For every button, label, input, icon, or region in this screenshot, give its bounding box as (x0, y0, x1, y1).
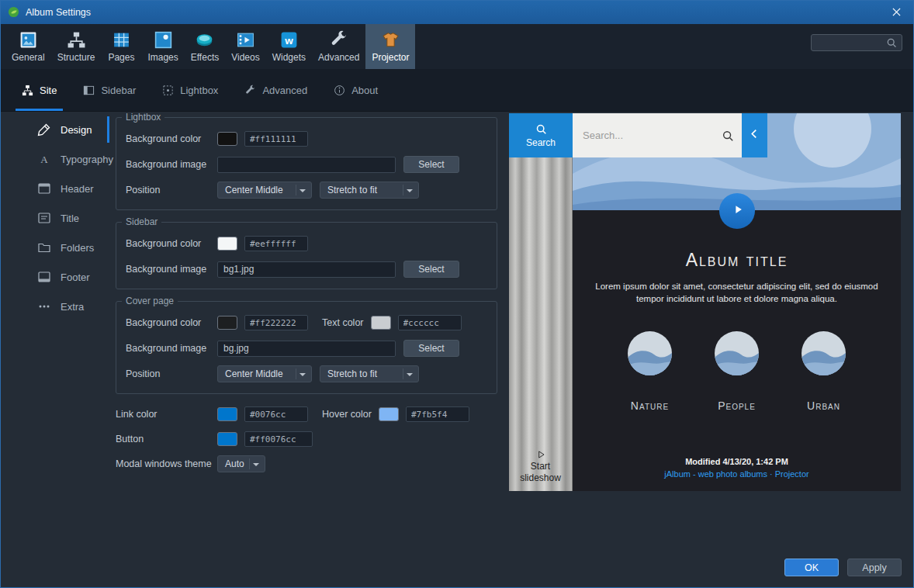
folder-icon (37, 240, 51, 254)
tab-advanced[interactable]: Advanced (231, 69, 320, 111)
button-color-swatch[interactable] (217, 432, 237, 446)
sidebar-bg-image-row: Background image Select (126, 261, 487, 278)
folder-thumbnail (715, 331, 759, 375)
folder-item-nature[interactable]: Nature (628, 331, 672, 412)
lightbox-bg-color-swatch[interactable] (217, 132, 237, 146)
toolbar-search-input[interactable] (812, 37, 886, 48)
toolbar-item-projector[interactable]: Projector (365, 24, 415, 69)
sidebar-select-button[interactable]: Select (403, 261, 459, 278)
sidebar-bg-color-swatch[interactable] (217, 237, 237, 251)
projector-link[interactable]: Projector (775, 469, 809, 479)
lightbox-select-button[interactable]: Select (403, 156, 459, 173)
folder-label: People (718, 399, 756, 412)
field-label: Background image (126, 343, 217, 354)
tab-site[interactable]: Site (9, 69, 70, 111)
skin-projector-icon (381, 30, 400, 50)
nav-item-header[interactable]: Header (1, 174, 109, 203)
field-label: Background image (126, 264, 217, 275)
sidebar-bg-color-row: Background color (126, 235, 487, 252)
preview-play-button[interactable] (719, 193, 755, 229)
toolbar-item-structure[interactable]: Structure (51, 24, 102, 69)
cover-position-dropdown[interactable]: Center Middle (217, 365, 312, 382)
tab-label: Lightbox (180, 85, 218, 96)
toolbar-item-effects[interactable]: Effects (185, 24, 225, 69)
cover-position-row: Position Center Middle Stretch to fit (126, 365, 487, 382)
apply-button[interactable]: Apply (847, 559, 902, 576)
tab-sidebar[interactable]: Sidebar (70, 69, 149, 111)
folder-item-urban[interactable]: Urban (801, 331, 846, 412)
cover-stretch-dropdown[interactable]: Stretch to fit (320, 365, 419, 382)
field-label: Background color (126, 238, 217, 249)
toolbar-search (811, 34, 902, 51)
search-icon[interactable] (722, 130, 734, 142)
nav-item-title[interactable]: Title (1, 203, 109, 233)
cover-bg-color-swatch[interactable] (217, 316, 237, 330)
sidebar-bg-color-input[interactable] (244, 236, 308, 251)
button-color-input[interactable] (244, 431, 313, 447)
section-nav: Design A Typography Header Title Folders… (1, 115, 109, 321)
hover-color-swatch[interactable] (379, 407, 399, 421)
toolbar-item-pages[interactable]: Pages (101, 24, 141, 69)
nav-item-extra[interactable]: Extra (1, 292, 109, 321)
toolbar-item-label: Structure (57, 52, 95, 63)
start-slideshow-button[interactable]: Start slideshow (509, 449, 572, 484)
images-icon (154, 30, 173, 50)
sidebar-bg-image-input[interactable] (217, 261, 396, 278)
preview-search-button[interactable]: Search (509, 113, 573, 157)
field-label: Button (116, 434, 217, 444)
lightbox-group: Lightbox Background color Background ima… (116, 117, 497, 210)
cover-bg-image-input[interactable] (217, 341, 396, 357)
link-separator: · (770, 469, 773, 479)
nav-item-design[interactable]: Design (1, 115, 109, 144)
toolbar-item-general[interactable]: General (5, 24, 51, 69)
lightbox-bg-image-row: Background image Select (126, 156, 487, 173)
pages-icon (112, 30, 131, 50)
cover-select-button[interactable]: Select (403, 340, 459, 357)
cover-bg-color-input[interactable] (244, 315, 308, 330)
lightbox-stretch-dropdown[interactable]: Stretch to fit (320, 182, 419, 199)
svg-text:w: w (284, 35, 293, 47)
toolbar-item-label: Pages (108, 52, 134, 63)
cover-text-color-input[interactable] (398, 315, 462, 330)
toolbar-item-widgets[interactable]: w Widgets (266, 24, 312, 69)
nav-item-typography[interactable]: A Typography (1, 144, 109, 174)
tab-lightbox[interactable]: Lightbox (149, 69, 231, 111)
modal-theme-row: Modal windows theme Auto (116, 455, 497, 472)
tab-about[interactable]: About (320, 69, 391, 111)
sidebar-layout-icon (83, 85, 95, 96)
folder-thumbnail (628, 331, 672, 375)
link-color-swatch[interactable] (217, 407, 237, 421)
field-label: Hover color (322, 409, 372, 420)
field-label: Background color (126, 317, 217, 328)
preview-sidebar: Search Start slideshow (509, 113, 573, 491)
lightbox-bg-color-input[interactable] (244, 131, 308, 147)
lightbox-icon (162, 85, 174, 96)
folder-item-people[interactable]: People (715, 331, 759, 412)
hover-color-input[interactable] (406, 406, 469, 422)
toolbar-item-label: Advanced (318, 52, 359, 63)
toolbar-item-images[interactable]: Images (141, 24, 184, 69)
svg-text:A: A (40, 154, 48, 165)
nav-item-label: Typography (61, 154, 113, 165)
cover-text-color-swatch[interactable] (371, 316, 391, 330)
close-icon (892, 5, 901, 19)
preview-search-input[interactable] (583, 130, 722, 141)
toolbar-item-videos[interactable]: Videos (225, 24, 265, 69)
preview-folder-list: Nature People Urban (573, 331, 901, 412)
modal-theme-dropdown[interactable]: Auto (217, 455, 265, 472)
link-color-input[interactable] (244, 406, 308, 422)
misc-settings: Link color Hover color Button Modal wind… (116, 406, 497, 472)
lightbox-bg-image-input[interactable] (217, 157, 396, 173)
sidebar-collapse-button[interactable] (742, 113, 767, 157)
nav-item-folders[interactable]: Folders (1, 233, 109, 262)
search-icon (886, 37, 897, 48)
widgets-icon: w (279, 30, 299, 50)
close-button[interactable] (878, 0, 914, 24)
videos-icon (236, 30, 255, 50)
nav-item-footer[interactable]: Footer (1, 262, 109, 292)
toolbar-item-advanced[interactable]: Advanced (312, 24, 365, 69)
jalbum-link[interactable]: jAlbum - web photo albums (664, 469, 767, 479)
ok-button[interactable]: OK (784, 559, 839, 576)
lightbox-position-dropdown[interactable]: Center Middle (217, 182, 312, 199)
preview-searchbar (573, 113, 742, 157)
